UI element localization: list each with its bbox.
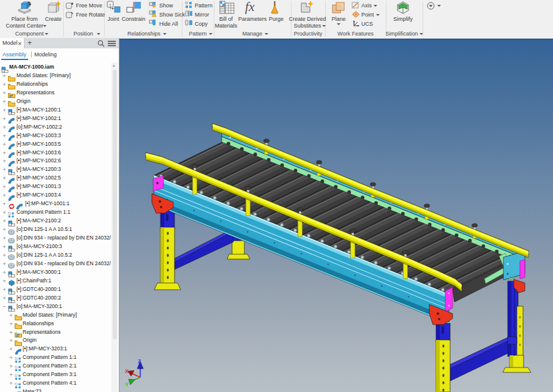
- svg-text:Z: Z: [138, 358, 141, 364]
- svg-text:X: X: [125, 368, 129, 374]
- svg-text:Y: Y: [125, 382, 129, 388]
